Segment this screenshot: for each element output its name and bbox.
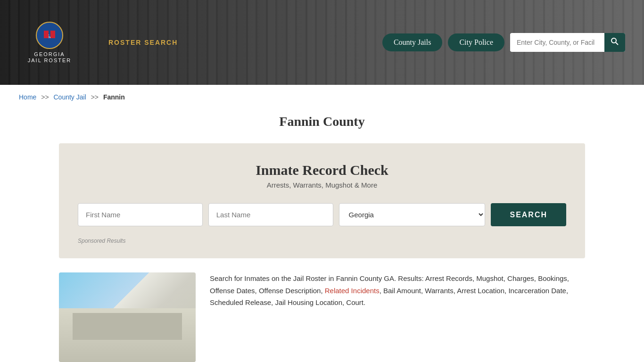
last-name-input[interactable] — [208, 203, 333, 226]
related-incidents-link[interactable]: Related Incidents — [325, 287, 380, 295]
logo-line2: JAIL ROSTER — [28, 58, 72, 64]
georgia-seal-icon: GA — [35, 21, 64, 49]
site-logo: GA GEORGIA JAIL ROSTER — [19, 21, 80, 64]
breadcrumb: Home >> County Jail >> Fannin — [0, 85, 644, 109]
record-check-title: Inmate Record Check — [78, 162, 566, 178]
breadcrumb-sep1: >> — [41, 93, 49, 101]
description-text: Search for Inmates on the Jail Roster in… — [210, 272, 585, 309]
svg-rect-2 — [44, 31, 49, 38]
breadcrumb-home[interactable]: Home — [19, 93, 36, 101]
breadcrumb-sep2: >> — [91, 93, 99, 101]
logo-line1: GEORGIA — [28, 51, 72, 58]
svg-line-5 — [616, 42, 618, 45]
header-search-button[interactable] — [604, 33, 625, 52]
sponsored-label: Sponsored Results — [78, 238, 566, 244]
state-select[interactable]: Georgia Alabama Alaska Arizona Arkansas … — [339, 203, 486, 226]
roster-search-link[interactable]: ROSTER SEARCH — [108, 39, 178, 46]
inmate-search-button[interactable]: SEARCH — [491, 203, 566, 226]
page-title: Fannin County — [0, 109, 644, 143]
county-jails-button[interactable]: County Jails — [382, 33, 443, 51]
breadcrumb-current: Fannin — [103, 93, 125, 101]
record-check-section: Inmate Record Check Arrests, Warrants, M… — [59, 143, 585, 258]
breadcrumb-county-jail[interactable]: County Jail — [54, 93, 86, 101]
header-search-input[interactable] — [510, 34, 604, 51]
svg-point-4 — [611, 38, 616, 43]
svg-rect-3 — [50, 31, 55, 38]
header-search-bar — [510, 33, 625, 52]
site-header: GA GEORGIA JAIL ROSTER ROSTER SEARCH Cou… — [0, 0, 644, 85]
first-name-input[interactable] — [78, 203, 203, 226]
record-check-subtitle: Arrests, Warrants, Mugshot & More — [78, 181, 566, 189]
search-icon — [611, 38, 619, 45]
logo-text: GEORGIA JAIL ROSTER — [28, 51, 72, 64]
inmate-search-form: Georgia Alabama Alaska Arizona Arkansas … — [78, 203, 566, 226]
facility-image — [59, 272, 196, 362]
bottom-section: Search for Inmates on the Jail Roster in… — [0, 258, 644, 362]
city-police-button[interactable]: City Police — [448, 33, 504, 51]
header-right: County Jails City Police — [382, 33, 625, 52]
